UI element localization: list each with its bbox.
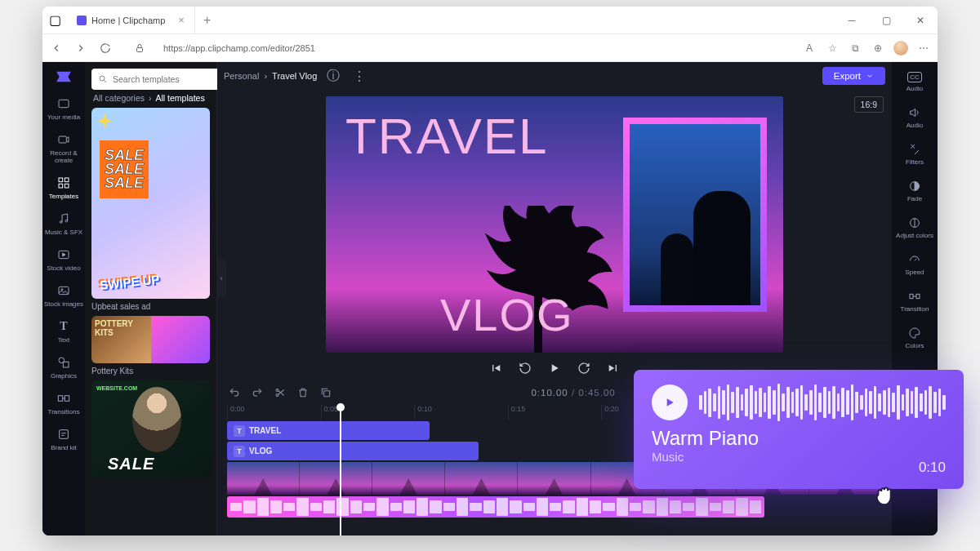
search-icon [98, 74, 108, 84]
canvas-title-2: VLOG [440, 292, 574, 338]
music-play-button[interactable] [652, 384, 688, 420]
svg-rect-4 [65, 178, 69, 182]
rail-text[interactable]: TText [42, 314, 85, 349]
rail-adjust-colors[interactable]: Adjust colors [892, 211, 938, 244]
rail-templates[interactable]: Templates [42, 171, 85, 205]
skip-end-button[interactable] [606, 361, 621, 375]
speed-icon [908, 253, 921, 266]
svg-rect-6 [65, 184, 69, 188]
rail-stock-images[interactable]: Stock images [42, 278, 85, 313]
adjust-icon [908, 216, 921, 229]
audio-track[interactable] [227, 496, 764, 518]
project-info-icon[interactable]: ⓘ [323, 64, 343, 88]
svg-rect-5 [59, 184, 63, 188]
url-display[interactable]: https://app.clipchamp.com/editor/2851 [157, 43, 789, 53]
rewind-button[interactable] [518, 361, 532, 375]
preview-canvas[interactable]: TRAVEL VLOG [326, 96, 783, 353]
rail-transition[interactable]: Transition [892, 285, 938, 318]
browser-titlebar: ▢ Home | Clipchamp × + ─ ▢ ✕ [42, 7, 938, 34]
rail-music[interactable]: Music & SFX [42, 207, 85, 241]
playhead[interactable] [340, 405, 341, 535]
app-logo[interactable] [42, 67, 85, 90]
panel-breadcrumb[interactable]: All categories›All templates [85, 93, 216, 108]
lock-icon [132, 41, 147, 56]
template-card-pottery[interactable]: Pottery Kits [91, 316, 210, 375]
back-button[interactable] [49, 41, 64, 56]
music-waveform [699, 384, 946, 420]
undo-button[interactable] [229, 387, 240, 398]
sparkle-icon [96, 113, 113, 129]
more-menu-icon[interactable]: ⋯ [916, 41, 931, 56]
music-icon [56, 211, 71, 226]
new-tab-button[interactable]: + [195, 13, 219, 28]
export-button[interactable]: Export [822, 67, 885, 85]
colors-icon [908, 327, 921, 340]
stockimages-icon [56, 283, 71, 298]
rail-speed[interactable]: Speed [892, 248, 938, 281]
redo-button[interactable] [252, 387, 263, 398]
forward-button[interactable] [577, 361, 591, 375]
svg-rect-2 [59, 136, 66, 143]
project-breadcrumb[interactable]: Personal›Travel Vlog [224, 71, 317, 81]
svg-rect-16 [60, 430, 69, 439]
rail-transitions[interactable]: Transitions [42, 386, 85, 420]
rail-your-media[interactable]: Your media [42, 91, 85, 126]
transition-icon [908, 290, 921, 303]
collapse-panel-button[interactable]: ‹ [216, 260, 226, 297]
music-clip-card[interactable]: Warm Piano Music 0:10 [634, 370, 964, 489]
svg-rect-14 [58, 396, 62, 402]
extensions-icon[interactable]: ⊕ [871, 41, 885, 56]
svg-rect-0 [137, 47, 143, 51]
preview-area: TRAVEL VLOG [217, 90, 892, 380]
rail-colors[interactable]: Colors [892, 322, 938, 354]
template-card-sale[interactable]: WEBSITE.COM SALE [91, 380, 210, 478]
svg-rect-21 [324, 391, 330, 397]
skip-start-button[interactable] [488, 361, 503, 375]
rail-graphics[interactable]: Graphics [42, 350, 85, 384]
rail-cc[interactable]: CCAudio [892, 67, 938, 97]
svg-point-8 [65, 220, 68, 222]
svg-point-7 [60, 221, 62, 224]
split-button[interactable] [274, 387, 286, 398]
profile-avatar[interactable] [893, 41, 908, 56]
play-button[interactable] [547, 361, 562, 375]
rail-brand-kit[interactable]: Brand kit [42, 422, 85, 456]
fade-icon [908, 180, 921, 193]
rail-filters[interactable]: Filters [892, 138, 938, 171]
rail-record[interactable]: Record & create [42, 127, 85, 169]
text-clip-vlog[interactable]: TVLOG [227, 442, 479, 460]
text-clip-travel[interactable]: TTRAVEL [227, 421, 430, 440]
svg-rect-1 [59, 100, 69, 107]
templates-icon [56, 176, 71, 190]
browser-tab[interactable]: Home | Clipchamp × [67, 7, 195, 33]
filters-icon [908, 143, 921, 156]
svg-rect-3 [59, 178, 63, 182]
rail-fade[interactable]: Fade [892, 175, 938, 207]
collections-icon[interactable]: ⧉ [848, 41, 862, 56]
tab-close-icon[interactable]: × [178, 14, 185, 26]
music-subtitle: Music [652, 450, 946, 464]
brand-icon [56, 427, 71, 442]
project-more-icon[interactable]: ⋮ [350, 65, 369, 87]
minimize-button[interactable]: ─ [835, 7, 869, 34]
tab-title: Home | Clipchamp [91, 16, 165, 25]
forward-button[interactable] [74, 41, 88, 56]
delete-button[interactable] [297, 387, 309, 398]
favorites-icon[interactable]: ☆ [825, 41, 840, 56]
rail-audio[interactable]: Audio [892, 101, 938, 134]
rail-stock-video[interactable]: Stock video [42, 242, 85, 277]
stockvideo-icon [56, 247, 71, 262]
svg-point-17 [100, 76, 105, 81]
read-aloud-icon[interactable]: A [802, 41, 817, 56]
tab-overview-icon[interactable]: ▢ [42, 12, 67, 28]
search-input[interactable] [113, 74, 220, 84]
svg-rect-13 [63, 362, 69, 367]
aspect-ratio-button[interactable]: 16:9 [854, 96, 884, 113]
refresh-button[interactable] [98, 41, 113, 56]
maximize-button[interactable]: ▢ [869, 7, 903, 34]
template-card-sales[interactable]: SALESALESALE SWIPE UP Upbeat sales ad [91, 108, 210, 311]
close-window-button[interactable]: ✕ [903, 7, 938, 34]
duplicate-button[interactable] [320, 387, 332, 398]
svg-rect-25 [916, 294, 920, 298]
search-templates[interactable] [91, 69, 226, 90]
